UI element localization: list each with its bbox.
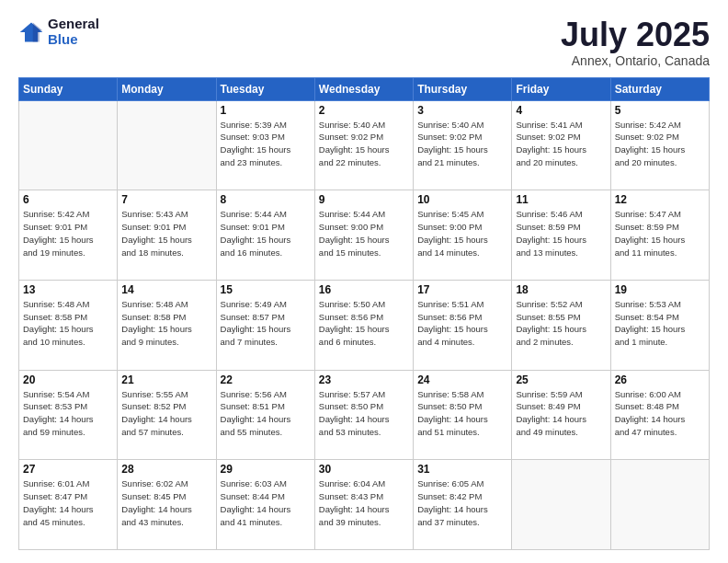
day-info: Sunrise: 5:55 AMSunset: 8:52 PMDaylight:… [121, 388, 211, 439]
day-info: Sunrise: 5:51 AMSunset: 8:56 PMDaylight:… [417, 298, 507, 349]
day-of-week-header: Monday [118, 77, 216, 100]
day-info: Sunrise: 5:47 AMSunset: 8:59 PMDaylight:… [615, 208, 705, 259]
calendar-cell [19, 100, 118, 190]
day-info: Sunrise: 5:58 AMSunset: 8:50 PMDaylight:… [417, 388, 507, 439]
day-info: Sunrise: 6:02 AMSunset: 8:45 PMDaylight:… [121, 477, 211, 528]
calendar-week-row: 13Sunrise: 5:48 AMSunset: 8:58 PMDayligh… [19, 280, 710, 370]
calendar-cell: 1Sunrise: 5:39 AMSunset: 9:03 PMDaylight… [216, 100, 314, 190]
day-number: 6 [23, 193, 113, 206]
calendar-cell: 10Sunrise: 5:45 AMSunset: 9:00 PMDayligh… [414, 190, 512, 281]
calendar-cell: 26Sunrise: 6:00 AMSunset: 8:48 PMDayligh… [610, 370, 709, 460]
day-number: 31 [417, 463, 507, 476]
day-info: Sunrise: 5:56 AMSunset: 8:51 PMDaylight:… [221, 388, 311, 439]
day-info: Sunrise: 5:57 AMSunset: 8:50 PMDaylight:… [319, 388, 409, 439]
calendar-cell: 29Sunrise: 6:03 AMSunset: 8:44 PMDayligh… [216, 460, 314, 550]
day-info: Sunrise: 5:45 AMSunset: 9:00 PMDaylight:… [417, 208, 507, 259]
page: General Blue July 2025 Annex, Ontario, C… [0, 0, 728, 563]
day-info: Sunrise: 5:59 AMSunset: 8:49 PMDaylight:… [516, 388, 606, 439]
day-info: Sunrise: 5:53 AMSunset: 8:54 PMDaylight:… [615, 298, 705, 349]
day-number: 30 [319, 463, 409, 476]
calendar-cell: 15Sunrise: 5:49 AMSunset: 8:57 PMDayligh… [216, 280, 314, 370]
day-info: Sunrise: 5:49 AMSunset: 8:57 PMDaylight:… [221, 298, 311, 349]
calendar-cell [118, 100, 216, 190]
day-number: 22 [221, 373, 311, 386]
calendar-cell: 13Sunrise: 5:48 AMSunset: 8:58 PMDayligh… [19, 280, 118, 370]
calendar-cell: 5Sunrise: 5:42 AMSunset: 9:02 PMDaylight… [610, 100, 709, 190]
day-of-week-header: Sunday [19, 77, 118, 100]
day-info: Sunrise: 5:44 AMSunset: 9:00 PMDaylight:… [319, 208, 409, 259]
day-number: 21 [121, 373, 211, 386]
day-info: Sunrise: 5:43 AMSunset: 9:01 PMDaylight:… [121, 208, 211, 259]
calendar-cell: 9Sunrise: 5:44 AMSunset: 9:00 PMDaylight… [314, 190, 413, 281]
calendar-cell: 7Sunrise: 5:43 AMSunset: 9:01 PMDaylight… [118, 190, 216, 281]
day-number: 14 [121, 283, 211, 296]
day-number: 9 [319, 193, 409, 206]
calendar-week-row: 27Sunrise: 6:01 AMSunset: 8:47 PMDayligh… [19, 460, 710, 550]
day-of-week-header: Saturday [610, 77, 709, 100]
day-info: Sunrise: 5:40 AMSunset: 9:02 PMDaylight:… [417, 119, 507, 169]
day-number: 2 [319, 104, 409, 117]
day-of-week-header: Friday [512, 77, 610, 100]
month-title: July 2025 [561, 17, 710, 53]
day-number: 5 [615, 104, 705, 117]
calendar-cell: 3Sunrise: 5:40 AMSunset: 9:02 PMDaylight… [414, 100, 512, 190]
day-info: Sunrise: 6:04 AMSunset: 8:43 PMDaylight:… [319, 477, 409, 528]
calendar-cell: 28Sunrise: 6:02 AMSunset: 8:45 PMDayligh… [118, 460, 216, 550]
calendar-cell [610, 460, 709, 550]
day-number: 13 [23, 283, 113, 296]
day-info: Sunrise: 5:48 AMSunset: 8:58 PMDaylight:… [23, 298, 113, 349]
calendar-cell: 4Sunrise: 5:41 AMSunset: 9:02 PMDaylight… [512, 100, 610, 190]
day-info: Sunrise: 5:42 AMSunset: 9:02 PMDaylight:… [615, 119, 705, 169]
logo-text: General Blue [48, 17, 99, 47]
day-info: Sunrise: 6:05 AMSunset: 8:42 PMDaylight:… [417, 477, 507, 528]
day-info: Sunrise: 5:48 AMSunset: 8:58 PMDaylight:… [121, 298, 211, 349]
calendar-cell [512, 460, 610, 550]
day-number: 23 [319, 373, 409, 386]
calendar-week-row: 6Sunrise: 5:42 AMSunset: 9:01 PMDaylight… [19, 190, 710, 281]
day-number: 11 [516, 193, 606, 206]
day-info: Sunrise: 5:46 AMSunset: 8:59 PMDaylight:… [516, 208, 606, 259]
day-info: Sunrise: 5:52 AMSunset: 8:55 PMDaylight:… [516, 298, 606, 349]
calendar-cell: 14Sunrise: 5:48 AMSunset: 8:58 PMDayligh… [118, 280, 216, 370]
day-number: 10 [417, 193, 507, 206]
day-number: 1 [221, 104, 311, 117]
day-info: Sunrise: 5:42 AMSunset: 9:01 PMDaylight:… [23, 208, 113, 259]
day-number: 17 [417, 283, 507, 296]
day-info: Sunrise: 5:39 AMSunset: 9:03 PMDaylight:… [221, 119, 311, 169]
calendar-cell: 11Sunrise: 5:46 AMSunset: 8:59 PMDayligh… [512, 190, 610, 281]
day-number: 27 [23, 463, 113, 476]
day-number: 28 [121, 463, 211, 476]
logo-general: General [48, 17, 99, 32]
day-number: 12 [615, 193, 705, 206]
header: General Blue July 2025 Annex, Ontario, C… [18, 17, 710, 68]
day-number: 29 [221, 463, 311, 476]
day-number: 8 [221, 193, 311, 206]
calendar-cell: 8Sunrise: 5:44 AMSunset: 9:01 PMDaylight… [216, 190, 314, 281]
day-number: 18 [516, 283, 606, 296]
calendar-cell: 19Sunrise: 5:53 AMSunset: 8:54 PMDayligh… [610, 280, 709, 370]
day-number: 4 [516, 104, 606, 117]
calendar-week-row: 1Sunrise: 5:39 AMSunset: 9:03 PMDaylight… [19, 100, 710, 190]
day-number: 7 [121, 193, 211, 206]
calendar-cell: 22Sunrise: 5:56 AMSunset: 8:51 PMDayligh… [216, 370, 314, 460]
calendar-cell: 18Sunrise: 5:52 AMSunset: 8:55 PMDayligh… [512, 280, 610, 370]
day-info: Sunrise: 5:40 AMSunset: 9:02 PMDaylight:… [319, 119, 409, 169]
day-number: 19 [615, 283, 705, 296]
logo: General Blue [18, 17, 99, 47]
logo-blue: Blue [48, 32, 99, 48]
location-subtitle: Annex, Ontario, Canada [561, 53, 710, 68]
logo-icon [18, 19, 44, 45]
day-info: Sunrise: 5:44 AMSunset: 9:01 PMDaylight:… [221, 208, 311, 259]
day-number: 25 [516, 373, 606, 386]
day-number: 15 [221, 283, 311, 296]
calendar-cell: 6Sunrise: 5:42 AMSunset: 9:01 PMDaylight… [19, 190, 118, 281]
title-block: July 2025 Annex, Ontario, Canada [561, 17, 710, 68]
calendar-cell: 16Sunrise: 5:50 AMSunset: 8:56 PMDayligh… [314, 280, 413, 370]
day-number: 20 [23, 373, 113, 386]
calendar-cell: 27Sunrise: 6:01 AMSunset: 8:47 PMDayligh… [19, 460, 118, 550]
day-number: 16 [319, 283, 409, 296]
day-info: Sunrise: 6:03 AMSunset: 8:44 PMDaylight:… [221, 477, 311, 528]
day-number: 24 [417, 373, 507, 386]
day-of-week-header: Tuesday [216, 77, 314, 100]
calendar-cell: 30Sunrise: 6:04 AMSunset: 8:43 PMDayligh… [314, 460, 413, 550]
